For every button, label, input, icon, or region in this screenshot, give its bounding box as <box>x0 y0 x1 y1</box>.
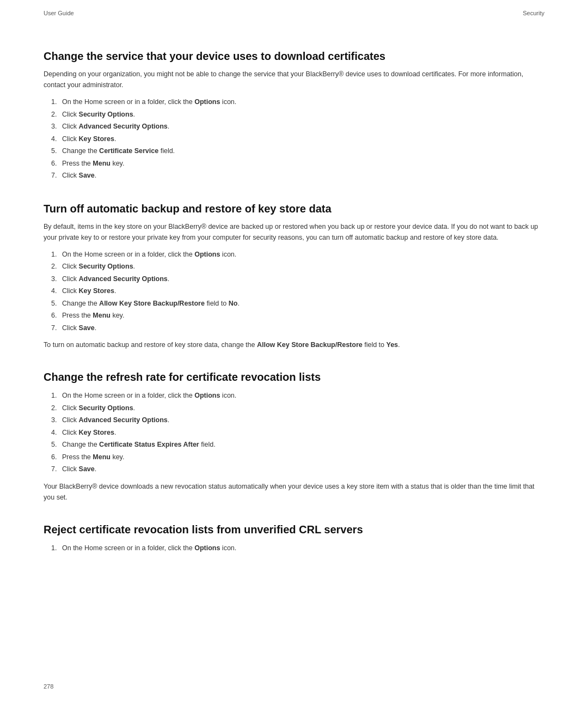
section-intro-section1: Depending on your organization, you migh… <box>44 69 544 90</box>
step-item: Click Save. <box>59 322 544 334</box>
step-item: Click Security Options. <box>59 108 544 121</box>
step-item: Click Security Options. <box>59 260 544 273</box>
page-number: 278 <box>44 683 53 690</box>
step-item: Click Key Stores. <box>59 285 544 297</box>
step-item: Press the Menu key. <box>59 157 544 170</box>
page-footer: 278 <box>44 683 53 690</box>
step-item: Change the Certificate Status Expires Af… <box>59 439 544 451</box>
step-item: Change the Allow Key Store Backup/Restor… <box>59 297 544 310</box>
section-intro-section2: By default, items in the key store on yo… <box>44 221 544 243</box>
section-title-section1: Change the service that your device uses… <box>44 49 544 63</box>
section-note-section2: To turn on automatic backup and restore … <box>44 339 544 350</box>
steps-list-section4: On the Home screen or in a folder, click… <box>44 542 544 555</box>
step-item: On the Home screen or in a folder, click… <box>59 248 544 261</box>
step-item: Change the Certificate Service field. <box>59 145 544 157</box>
steps-list-section3: On the Home screen or in a folder, click… <box>44 389 544 476</box>
section-section4: Reject certificate revocation lists from… <box>44 522 544 555</box>
step-item: Click Security Options. <box>59 402 544 415</box>
section-title-section3: Change the refresh rate for certificate … <box>44 370 544 384</box>
section-section3: Change the refresh rate for certificate … <box>44 370 544 503</box>
step-item: Click Advanced Security Options. <box>59 414 544 427</box>
step-item: Click Key Stores. <box>59 427 544 439</box>
step-item: Click Save. <box>59 169 544 182</box>
step-item: Click Save. <box>59 463 544 476</box>
section-section2: Turn off automatic backup and restore of… <box>44 202 544 351</box>
header-right: Security <box>523 10 544 16</box>
step-item: Click Key Stores. <box>59 133 544 145</box>
header-left: User Guide <box>44 10 74 16</box>
step-item: Press the Menu key. <box>59 309 544 322</box>
step-item: Click Advanced Security Options. <box>59 273 544 285</box>
steps-list-section2: On the Home screen or in a folder, click… <box>44 248 544 334</box>
step-item: On the Home screen or in a folder, click… <box>59 542 544 555</box>
step-item: Click Advanced Security Options. <box>59 120 544 133</box>
step-item: Press the Menu key. <box>59 451 544 464</box>
step-item: On the Home screen or in a folder, click… <box>59 96 544 108</box>
content-area: Change the service that your device uses… <box>44 49 544 554</box>
steps-list-section1: On the Home screen or in a folder, click… <box>44 96 544 182</box>
page-header: User Guide Security <box>44 0 544 16</box>
page: User Guide Security Change the service t… <box>0 0 588 706</box>
section-note-section3: Your BlackBerry® device downloads a new … <box>44 481 544 503</box>
section-section1: Change the service that your device uses… <box>44 49 544 182</box>
step-item: On the Home screen or in a folder, click… <box>59 389 544 402</box>
section-title-section2: Turn off automatic backup and restore of… <box>44 202 544 216</box>
section-title-section4: Reject certificate revocation lists from… <box>44 522 544 537</box>
